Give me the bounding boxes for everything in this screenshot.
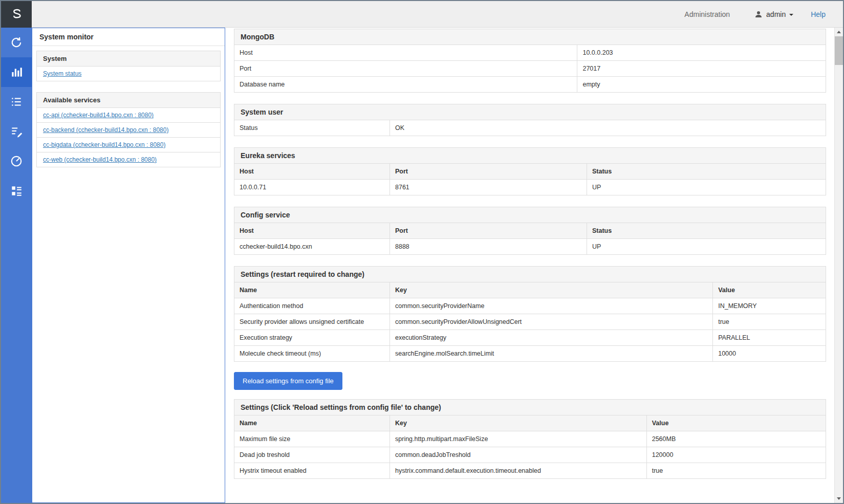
app-logo[interactable]	[1, 1, 32, 28]
table-header-row: Host Port Status	[234, 164, 826, 180]
gauge-icon	[10, 155, 23, 168]
bar-chart-icon	[10, 65, 23, 79]
section-title: Settings (Click 'Reload settings from co…	[234, 399, 826, 415]
table-cell: Authentication method	[234, 298, 390, 314]
sidebar-item-system-monitor[interactable]	[1, 57, 32, 87]
settings-reload-table: Name Key Value Maximum file size spring.…	[234, 415, 826, 479]
sidebar-item-performance[interactable]	[1, 146, 32, 176]
dashboard-icon	[10, 184, 23, 198]
mongodb-section: MongoDB Host 10.0.0.203 Port 27017	[234, 29, 826, 93]
table-row: Port 27017	[234, 61, 826, 77]
panel-title: System monitor	[32, 28, 225, 46]
column-header: Name	[234, 415, 390, 431]
arrow-down-icon	[837, 497, 841, 500]
sidebar-item-reports[interactable]	[1, 117, 32, 146]
settings-reload-section: Settings (Click 'Reload settings from co…	[234, 399, 826, 479]
table-cell: Port	[234, 61, 577, 77]
table-cell: IN_MEMORY	[713, 298, 826, 314]
column-header: Value	[713, 282, 826, 298]
username-label: admin	[766, 10, 786, 18]
main-content: MongoDB Host 10.0.0.203 Port 27017	[225, 28, 834, 503]
sidebar-nav	[1, 28, 32, 206]
column-header: Host	[234, 223, 390, 239]
table-row: Authentication method common.securityPro…	[234, 298, 826, 314]
column-header: Port	[390, 164, 587, 180]
list-item: cc-backend (cchecker-build14.bpo.cxn : 8…	[36, 123, 221, 138]
config-service-section: Config service Host Port Status cchecker…	[234, 207, 826, 255]
section-title: Eureka services	[234, 147, 826, 164]
topbar: Administration admin Help	[32, 1, 843, 28]
s-glyph-logo-icon	[9, 7, 24, 22]
service-link-cc-backend[interactable]: cc-backend (cchecker-build14.bpo.cxn : 8…	[43, 126, 168, 134]
table-cell: 10.0.0.71	[234, 180, 390, 195]
service-link-cc-web[interactable]: cc-web (cchecker-build14.bpo.cxn : 8080)	[43, 156, 157, 163]
scrollbar-thumb[interactable]	[835, 36, 843, 65]
table-row: Database name empty	[234, 77, 826, 93]
panel-section-system: System System status	[36, 51, 221, 81]
table-cell: spring.http.multipart.maxFileSize	[390, 431, 647, 447]
section-title: Settings (restart required to change)	[234, 266, 826, 282]
system-monitor-panel: System monitor System System status Avai…	[32, 28, 225, 503]
column-header: Name	[234, 282, 390, 298]
table-cell: hystrix.command.default.execution.timeou…	[390, 463, 647, 479]
reload-settings-button[interactable]: Reload settings from config file	[234, 372, 342, 390]
person-icon	[754, 10, 763, 18]
app-window: Administration admin Help System monitor…	[0, 0, 844, 504]
sidebar-item-jobs[interactable]	[1, 87, 32, 117]
service-link-cc-api[interactable]: cc-api (cchecker-build14.bpo.cxn : 8080)	[43, 112, 154, 119]
chevron-down-icon	[789, 14, 793, 16]
table-cell: common.securityProviderName	[390, 298, 713, 314]
table-cell: true	[646, 463, 826, 479]
panel-section-title: Available services	[36, 92, 221, 108]
table-cell: true	[713, 314, 826, 330]
table-cell: UP	[587, 239, 826, 255]
settings-restart-table: Name Key Value Authentication method com…	[234, 282, 826, 362]
list-item: cc-bigdata (cchecker-build14.bpo.cxn : 8…	[36, 138, 221, 152]
table-cell: Hystrix timeout enabled	[234, 463, 390, 479]
help-link[interactable]: Help	[811, 10, 826, 18]
panel-section-title: System	[36, 51, 221, 67]
table-cell: Host	[234, 45, 577, 61]
table-cell: 27017	[577, 61, 826, 77]
table-cell: Molecule check timeout (ms)	[234, 346, 390, 362]
service-link-cc-bigdata[interactable]: cc-bigdata (cchecker-build14.bpo.cxn : 8…	[43, 141, 165, 148]
section-title: System user	[234, 104, 826, 120]
table-cell: 8761	[390, 180, 587, 195]
sidebar-item-dashboard[interactable]	[1, 176, 32, 206]
section-title: MongoDB	[234, 29, 826, 45]
list-edit-icon	[10, 125, 23, 138]
section-title: Config service	[234, 207, 826, 223]
vertical-scrollbar[interactable]	[834, 28, 843, 503]
table-cell: executionStrategy	[390, 330, 713, 346]
arrow-up-icon	[837, 31, 841, 33]
table-row: Execution strategy executionStrategy PAR…	[234, 330, 826, 346]
table-cell: OK	[390, 120, 826, 136]
table-cell: PARALLEL	[713, 330, 826, 346]
scroll-up-button[interactable]	[835, 28, 843, 36]
column-header: Value	[646, 415, 826, 431]
table-cell: Security provider allows unsigned certif…	[234, 314, 390, 330]
scroll-down-button[interactable]	[835, 494, 843, 503]
column-header: Key	[390, 282, 713, 298]
sidebar-item-scheduler[interactable]	[1, 28, 32, 57]
list-item: System status	[36, 67, 221, 81]
column-header: Status	[587, 223, 826, 239]
table-row: Security provider allows unsigned certif…	[234, 314, 826, 330]
administration-nav[interactable]: Administration	[684, 10, 730, 18]
user-menu[interactable]: admin	[754, 10, 793, 18]
table-cell: Dead job treshold	[234, 447, 390, 463]
table-cell: 10000	[713, 346, 826, 362]
table-cell: 8888	[390, 239, 587, 255]
table-cell: common.deadJobTreshold	[390, 447, 647, 463]
table-row: Maximum file size spring.http.multipart.…	[234, 431, 826, 447]
table-cell: 2560MB	[646, 431, 826, 447]
config-service-table: Host Port Status cchecker-build14.bpo.cx…	[234, 223, 826, 255]
table-cell: cchecker-build14.bpo.cxn	[234, 239, 390, 255]
table-cell: UP	[587, 180, 826, 195]
system-status-link[interactable]: System status	[43, 70, 81, 77]
table-header-row: Name Key Value	[234, 415, 826, 431]
scrollbar-track[interactable]	[835, 36, 843, 494]
table-row: Dead job treshold common.deadJobTreshold…	[234, 447, 826, 463]
system-user-table: Status OK	[234, 120, 826, 136]
table-row: Hystrix timeout enabled hystrix.command.…	[234, 463, 826, 479]
